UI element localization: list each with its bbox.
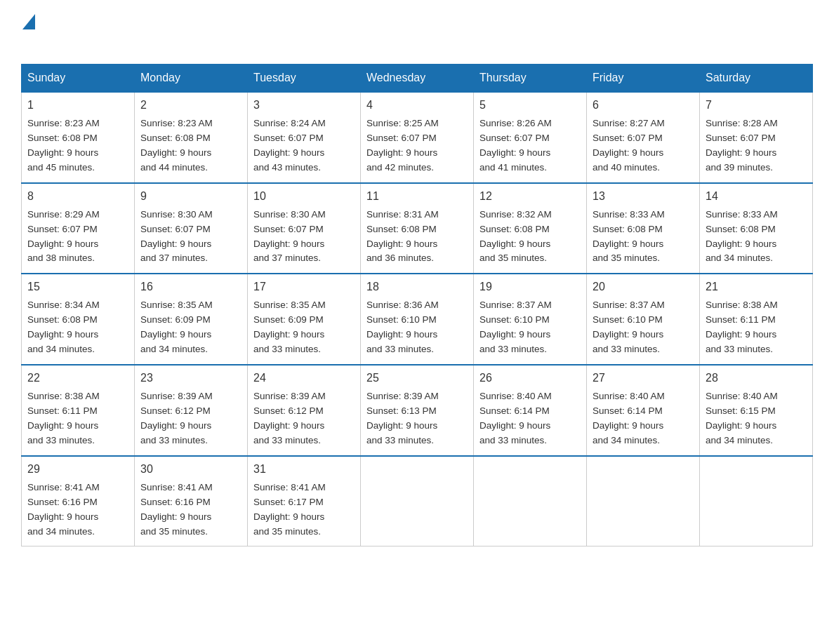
day-info: Sunrise: 8:29 AMSunset: 6:07 PMDaylight:… — [27, 208, 128, 267]
day-number: 9 — [140, 188, 241, 205]
day-number: 3 — [253, 97, 355, 114]
day-number: 15 — [27, 279, 128, 295]
calendar-day-cell: 5 Sunrise: 8:26 AMSunset: 6:07 PMDayligh… — [474, 92, 587, 183]
header-tuesday: Tuesday — [248, 65, 361, 93]
calendar-day-cell: 3 Sunrise: 8:24 AMSunset: 6:07 PMDayligh… — [248, 92, 361, 183]
calendar-day-cell: 20 Sunrise: 8:37 AMSunset: 6:10 PMDaylig… — [587, 274, 700, 365]
day-number: 6 — [593, 97, 694, 114]
day-number: 8 — [27, 188, 128, 205]
day-info: Sunrise: 8:40 AMSunset: 6:14 PMDaylight:… — [479, 389, 581, 448]
logo — [21, 14, 35, 50]
calendar-empty-cell — [587, 456, 700, 546]
day-info: Sunrise: 8:38 AMSunset: 6:11 PMDaylight:… — [27, 389, 128, 448]
page-header — [21, 14, 813, 50]
day-number: 7 — [706, 97, 807, 114]
day-number: 30 — [140, 461, 241, 478]
day-info: Sunrise: 8:40 AMSunset: 6:14 PMDaylight:… — [593, 389, 694, 448]
day-number: 1 — [27, 97, 128, 114]
day-number: 22 — [27, 370, 128, 387]
day-info: Sunrise: 8:33 AMSunset: 6:08 PMDaylight:… — [706, 208, 807, 267]
day-info: Sunrise: 8:38 AMSunset: 6:11 PMDaylight:… — [706, 298, 807, 357]
day-info: Sunrise: 8:26 AMSunset: 6:07 PMDaylight:… — [479, 116, 581, 175]
day-number: 11 — [366, 188, 468, 205]
calendar-day-cell: 14 Sunrise: 8:33 AMSunset: 6:08 PMDaylig… — [700, 183, 813, 274]
day-info: Sunrise: 8:23 AMSunset: 6:08 PMDaylight:… — [140, 116, 241, 175]
day-number: 28 — [706, 370, 807, 387]
day-info: Sunrise: 8:39 AMSunset: 6:12 PMDaylight:… — [140, 389, 241, 448]
day-number: 12 — [479, 188, 581, 205]
calendar-day-cell: 1 Sunrise: 8:23 AMSunset: 6:08 PMDayligh… — [22, 92, 135, 183]
day-info: Sunrise: 8:23 AMSunset: 6:08 PMDaylight:… — [27, 116, 128, 175]
day-number: 27 — [593, 370, 694, 387]
calendar-day-cell: 22 Sunrise: 8:38 AMSunset: 6:11 PMDaylig… — [22, 365, 135, 456]
calendar-header-row: SundayMondayTuesdayWednesdayThursdayFrid… — [22, 65, 813, 93]
day-number: 14 — [706, 188, 807, 205]
day-info: Sunrise: 8:30 AMSunset: 6:07 PMDaylight:… — [140, 208, 241, 267]
calendar-empty-cell — [474, 456, 587, 546]
day-number: 10 — [253, 188, 355, 205]
calendar-day-cell: 23 Sunrise: 8:39 AMSunset: 6:12 PMDaylig… — [135, 365, 248, 456]
day-info: Sunrise: 8:33 AMSunset: 6:08 PMDaylight:… — [593, 208, 694, 267]
day-info: Sunrise: 8:37 AMSunset: 6:10 PMDaylight:… — [593, 298, 694, 357]
day-number: 13 — [593, 188, 694, 205]
day-info: Sunrise: 8:35 AMSunset: 6:09 PMDaylight:… — [140, 298, 241, 357]
calendar-week-row: 8 Sunrise: 8:29 AMSunset: 6:07 PMDayligh… — [22, 183, 813, 274]
logo-triangle-icon — [22, 14, 35, 32]
day-info: Sunrise: 8:41 AMSunset: 6:16 PMDaylight:… — [27, 481, 128, 539]
calendar-day-cell: 2 Sunrise: 8:23 AMSunset: 6:08 PMDayligh… — [135, 92, 248, 183]
header-wednesday: Wednesday — [361, 65, 474, 93]
day-number: 2 — [140, 97, 241, 114]
calendar-day-cell: 27 Sunrise: 8:40 AMSunset: 6:14 PMDaylig… — [587, 365, 700, 456]
calendar-day-cell: 19 Sunrise: 8:37 AMSunset: 6:10 PMDaylig… — [474, 274, 587, 365]
day-info: Sunrise: 8:41 AMSunset: 6:16 PMDaylight:… — [140, 481, 241, 539]
day-info: Sunrise: 8:35 AMSunset: 6:09 PMDaylight:… — [253, 298, 355, 357]
calendar-day-cell: 9 Sunrise: 8:30 AMSunset: 6:07 PMDayligh… — [135, 183, 248, 274]
day-info: Sunrise: 8:36 AMSunset: 6:10 PMDaylight:… — [366, 298, 468, 357]
calendar-table: SundayMondayTuesdayWednesdayThursdayFrid… — [21, 64, 813, 546]
calendar-day-cell: 10 Sunrise: 8:30 AMSunset: 6:07 PMDaylig… — [248, 183, 361, 274]
calendar-week-row: 29 Sunrise: 8:41 AMSunset: 6:16 PMDaylig… — [22, 456, 813, 546]
calendar-day-cell: 25 Sunrise: 8:39 AMSunset: 6:13 PMDaylig… — [361, 365, 474, 456]
header-monday: Monday — [135, 65, 248, 93]
svg-marker-0 — [22, 14, 35, 29]
day-number: 19 — [479, 279, 581, 295]
day-number: 25 — [366, 370, 468, 387]
calendar-day-cell: 7 Sunrise: 8:28 AMSunset: 6:07 PMDayligh… — [700, 92, 813, 183]
day-info: Sunrise: 8:24 AMSunset: 6:07 PMDaylight:… — [253, 116, 355, 175]
calendar-day-cell: 6 Sunrise: 8:27 AMSunset: 6:07 PMDayligh… — [587, 92, 700, 183]
calendar-empty-cell — [361, 456, 474, 546]
day-number: 18 — [366, 279, 468, 295]
header-sunday: Sunday — [22, 65, 135, 93]
day-number: 29 — [27, 461, 128, 478]
day-info: Sunrise: 8:28 AMSunset: 6:07 PMDaylight:… — [706, 116, 807, 175]
day-number: 21 — [706, 279, 807, 295]
header-saturday: Saturday — [700, 65, 813, 93]
day-number: 23 — [140, 370, 241, 387]
day-info: Sunrise: 8:25 AMSunset: 6:07 PMDaylight:… — [366, 116, 468, 175]
day-info: Sunrise: 8:39 AMSunset: 6:13 PMDaylight:… — [366, 389, 468, 448]
calendar-day-cell: 30 Sunrise: 8:41 AMSunset: 6:16 PMDaylig… — [135, 456, 248, 546]
day-info: Sunrise: 8:41 AMSunset: 6:17 PMDaylight:… — [253, 481, 355, 539]
calendar-week-row: 1 Sunrise: 8:23 AMSunset: 6:08 PMDayligh… — [22, 92, 813, 183]
calendar-day-cell: 31 Sunrise: 8:41 AMSunset: 6:17 PMDaylig… — [248, 456, 361, 546]
day-number: 5 — [479, 97, 581, 114]
day-number: 16 — [140, 279, 241, 295]
day-number: 4 — [366, 97, 468, 114]
calendar-empty-cell — [700, 456, 813, 546]
day-number: 31 — [253, 461, 355, 478]
calendar-day-cell: 29 Sunrise: 8:41 AMSunset: 6:16 PMDaylig… — [22, 456, 135, 546]
calendar-day-cell: 21 Sunrise: 8:38 AMSunset: 6:11 PMDaylig… — [700, 274, 813, 365]
calendar-day-cell: 15 Sunrise: 8:34 AMSunset: 6:08 PMDaylig… — [22, 274, 135, 365]
calendar-day-cell: 13 Sunrise: 8:33 AMSunset: 6:08 PMDaylig… — [587, 183, 700, 274]
day-number: 26 — [479, 370, 581, 387]
calendar-day-cell: 18 Sunrise: 8:36 AMSunset: 6:10 PMDaylig… — [361, 274, 474, 365]
calendar-day-cell: 17 Sunrise: 8:35 AMSunset: 6:09 PMDaylig… — [248, 274, 361, 365]
calendar-week-row: 22 Sunrise: 8:38 AMSunset: 6:11 PMDaylig… — [22, 365, 813, 456]
day-number: 24 — [253, 370, 355, 387]
day-number: 20 — [593, 279, 694, 295]
calendar-week-row: 15 Sunrise: 8:34 AMSunset: 6:08 PMDaylig… — [22, 274, 813, 365]
day-info: Sunrise: 8:39 AMSunset: 6:12 PMDaylight:… — [253, 389, 355, 448]
calendar-day-cell: 8 Sunrise: 8:29 AMSunset: 6:07 PMDayligh… — [22, 183, 135, 274]
calendar-day-cell: 12 Sunrise: 8:32 AMSunset: 6:08 PMDaylig… — [474, 183, 587, 274]
day-info: Sunrise: 8:27 AMSunset: 6:07 PMDaylight:… — [593, 116, 694, 175]
